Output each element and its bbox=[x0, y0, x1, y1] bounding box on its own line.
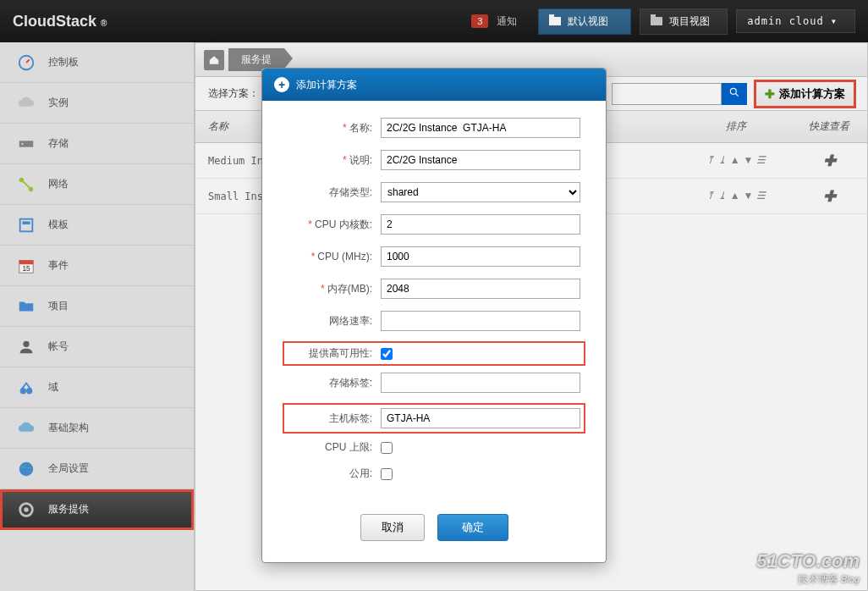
cpu-cap-checkbox[interactable] bbox=[381, 442, 393, 454]
desc-input[interactable] bbox=[381, 150, 580, 170]
cpu-cores-input[interactable] bbox=[381, 214, 580, 235]
name-input[interactable] bbox=[381, 118, 580, 138]
cancel-button[interactable]: 取消 bbox=[360, 514, 425, 541]
host-tag-label: 主机标签: bbox=[288, 411, 381, 426]
modal-title: 添加计算方案 bbox=[296, 78, 357, 92]
modal-backdrop: + 添加计算方案 *名称: *说明: 存储类型:shared *CPU 内核数:… bbox=[0, 0, 868, 591]
memory-label: *内存(MB): bbox=[288, 282, 381, 296]
cpu-cores-label: *CPU 内核数: bbox=[288, 218, 381, 232]
watermark: 51CTO.com 技术博客 Blog bbox=[756, 550, 860, 587]
modal-header: + 添加计算方案 bbox=[262, 69, 606, 101]
ok-button[interactable]: 确定 bbox=[437, 514, 508, 541]
storage-tag-input[interactable] bbox=[381, 373, 580, 393]
public-checkbox[interactable] bbox=[381, 468, 393, 480]
name-label: *名称: bbox=[288, 121, 381, 135]
ha-checkbox[interactable] bbox=[381, 348, 393, 360]
ha-label: 提供高可用性: bbox=[288, 346, 381, 361]
cpu-mhz-label: *CPU (MHz): bbox=[288, 251, 381, 262]
public-label: 公用: bbox=[288, 467, 381, 481]
network-rate-input[interactable] bbox=[381, 311, 580, 331]
cpu-cap-label: CPU 上限: bbox=[288, 440, 381, 455]
desc-label: *说明: bbox=[288, 153, 381, 168]
storage-type-select[interactable]: shared bbox=[381, 182, 580, 202]
storage-tag-label: 存储标签: bbox=[288, 376, 381, 390]
add-compute-offering-modal: + 添加计算方案 *名称: *说明: 存储类型:shared *CPU 内核数:… bbox=[261, 68, 607, 563]
cpu-mhz-input[interactable] bbox=[381, 246, 580, 267]
storage-type-label: 存储类型: bbox=[288, 185, 381, 200]
memory-input[interactable] bbox=[381, 279, 580, 299]
plus-icon: + bbox=[274, 77, 289, 92]
host-tag-input[interactable] bbox=[381, 408, 580, 428]
network-rate-label: 网络速率: bbox=[288, 314, 381, 329]
